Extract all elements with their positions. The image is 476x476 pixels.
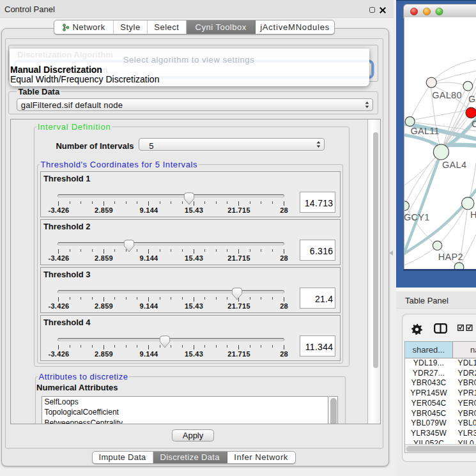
svg-text:HAP2: HAP2: [438, 252, 463, 262]
svg-text:GAL80: GAL80: [432, 90, 462, 100]
svg-text:CY: CY: [472, 119, 476, 129]
svg-text:GCY1: GCY1: [404, 212, 430, 222]
svg-text:GAL4: GAL4: [442, 160, 466, 170]
svg-text:HIS4: HIS4: [470, 210, 476, 220]
svg-text:GAL11: GAL11: [410, 126, 440, 136]
svg-text:GAL3: GAL3: [468, 94, 476, 104]
